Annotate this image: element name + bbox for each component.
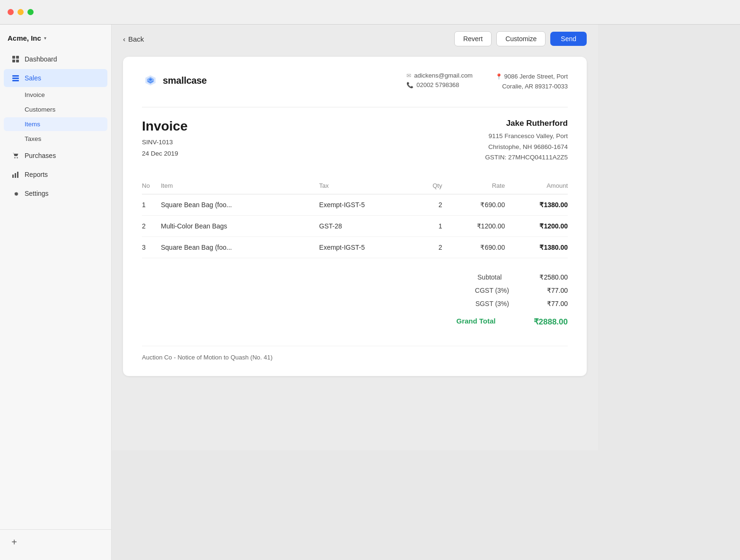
customer-name: Jake Rutherford [485,119,568,128]
invoice-title-block: Invoice SINV-1013 24 Dec 2019 [142,119,187,160]
invoice-table: No Item Tax Qty Rate Amount 1 Square Bea… [142,178,568,258]
back-button[interactable]: ‹ Back [123,35,144,43]
email-row: ✉ adickens@gmail.com [406,72,473,79]
traffic-light-yellow[interactable] [18,9,24,15]
row3-rate: ₹690.00 [442,237,505,258]
svg-rect-3 [16,60,19,62]
table-row: 3 Square Bean Bag (foo... Exempt-IGST-5 … [142,237,568,258]
sidebar-item-sales[interactable]: Sales [4,69,107,87]
invoice-company-header: smallcase ✉ adickens@gmail.com 📞 02002 5… [142,72,568,92]
row1-tax: Exempt-IGST-5 [319,194,421,216]
sidebar: Acme, Inc ▾ Dashboard [0,25,112,450]
chart-icon [11,170,20,179]
sidebar-item-customers[interactable]: Customers [4,103,107,116]
row1-item: Square Bean Bag (foo... [161,194,319,216]
phone-icon: 📞 [406,82,414,88]
svg-rect-6 [12,80,19,81]
company-selector[interactable]: Acme, Inc ▾ [0,30,111,50]
row3-amount: ₹1380.00 [505,237,568,258]
smallcase-logo-icon [142,72,159,89]
sidebar-item-reports[interactable]: Reports [4,166,107,184]
customize-button[interactable]: Customize [496,31,546,46]
row3-item: Square Bean Bag (foo... [161,237,319,258]
gear-icon [11,189,20,198]
sidebar-item-invoice[interactable]: Invoice [4,88,107,102]
invoice-title: Invoice [142,119,187,134]
email-icon: ✉ [406,72,411,79]
company-contact: ✉ adickens@gmail.com 📞 02002 5798368 [406,72,473,88]
table-row: 2 Multi-Color Bean Bags GST-28 1 ₹1200.0… [142,216,568,237]
row1-rate: ₹690.00 [442,194,505,216]
row1-no: 1 [142,194,161,216]
svg-rect-11 [17,172,18,178]
svg-rect-9 [12,175,14,178]
cgst-row: CGST (3%) ₹77.00 [435,285,568,296]
company-name: Acme, Inc [8,34,41,42]
col-item: Item [161,178,319,194]
invoice-number: SINV-1013 24 Dec 2019 [142,137,187,160]
invoice-table-header: No Item Tax Qty Rate Amount [142,178,568,194]
sidebar-item-reports-label: Reports [25,171,48,178]
invoice-totals: Subtotal ₹2580.00 CGST (3%) ₹77.00 SGST … [142,271,568,327]
cgst-label: CGST (3%) [475,287,509,294]
location-icon: 📍 [495,73,502,80]
back-arrow-icon: ‹ [123,35,125,43]
chevron-down-icon: ▾ [44,35,46,41]
svg-rect-2 [12,60,15,62]
subtotal-label: Subtotal [477,273,502,281]
sidebar-item-dashboard[interactable]: Dashboard [4,50,107,68]
sidebar-item-items[interactable]: Items [4,117,107,131]
invoice-table-body: 1 Square Bean Bag (foo... Exempt-IGST-5 … [142,194,568,258]
subtotal-row: Subtotal ₹2580.00 [435,271,568,283]
sidebar-item-settings-label: Settings [25,190,49,197]
cart-icon [11,151,20,160]
row3-qty: 2 [421,237,442,258]
row2-item: Multi-Color Bean Bags [161,216,319,237]
col-tax: Tax [319,178,421,194]
sgst-row: SGST (3%) ₹77.00 [435,298,568,309]
row2-no: 2 [142,216,161,237]
send-button[interactable]: Send [550,32,587,46]
sidebar-item-settings[interactable]: Settings [4,184,107,202]
row1-amount: ₹1380.00 [505,194,568,216]
sidebar-item-taxes[interactable]: Taxes [4,132,107,146]
traffic-light-red[interactable] [8,9,14,15]
invoice-card: smallcase ✉ adickens@gmail.com 📞 02002 5… [123,57,587,376]
sidebar-item-purchases[interactable]: Purchases [4,147,107,165]
topbar-actions: Revert Customize Send [454,31,587,46]
svg-rect-1 [16,56,19,59]
row2-tax: GST-28 [319,216,421,237]
col-amount: Amount [505,178,568,194]
sidebar-nav: Dashboard Sales Invoice Customers Item [0,50,111,450]
invoice-footer-note: Auction Co - Notice of Motion to Quash (… [142,346,568,361]
titlebar [0,0,598,25]
revert-button[interactable]: Revert [454,31,492,46]
tag-icon [11,74,20,82]
invoice-title-section: Invoice SINV-1013 24 Dec 2019 Jake Ruthe… [142,119,568,164]
topbar: ‹ Back Revert Customize Send [112,25,598,53]
svg-rect-5 [12,78,19,79]
traffic-light-green[interactable] [27,9,34,15]
col-qty: Qty [421,178,442,194]
row2-rate: ₹1200.00 [442,216,505,237]
row2-qty: 1 [421,216,442,237]
sidebar-item-dashboard-label: Dashboard [25,55,57,63]
sidebar-item-sales-label: Sales [25,74,41,82]
company-address: 📍 9086 Jerde Street, Port Coralie, AR 89… [495,72,568,92]
row2-amount: ₹1200.00 [505,216,568,237]
main-content: ‹ Back Revert Customize Send [112,25,598,450]
header-divider [142,107,568,107]
svg-rect-0 [12,56,15,59]
row3-no: 3 [142,237,161,258]
row3-tax: Exempt-IGST-5 [319,237,421,258]
company-name-invoice: smallcase [163,75,207,86]
grid-icon [11,55,20,63]
svg-rect-10 [15,173,16,178]
customer-info: Jake Rutherford 9115 Francesco Valley, P… [485,119,568,164]
phone-row: 📞 02002 5798368 [406,81,473,88]
col-rate: Rate [442,178,505,194]
invoice-wrapper: smallcase ✉ adickens@gmail.com 📞 02002 5… [112,53,598,450]
col-no: No [142,178,161,194]
subtotal-value: ₹2580.00 [539,273,568,281]
cgst-value: ₹77.00 [547,287,568,294]
